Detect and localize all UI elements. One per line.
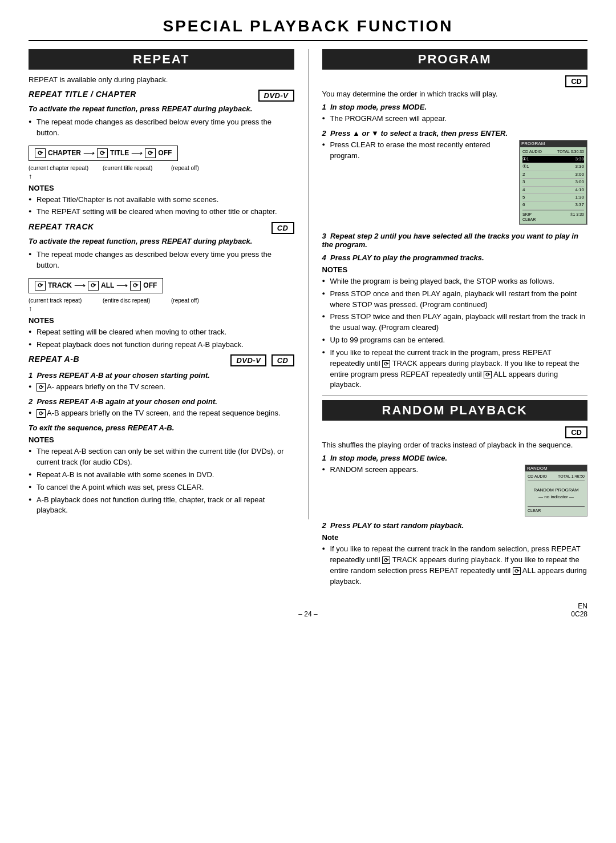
track-note2: Repeat playback does not function during… (29, 340, 294, 350)
notes-header-track: NOTES (29, 316, 294, 325)
program-step3: 3 Repeat step 2 until you have selected … (322, 232, 588, 249)
right-section: PROGRAM CD You may determine the order i… (309, 49, 588, 591)
program-note1: While the program is being played back, … (322, 276, 588, 287)
track-icon: ⟳ (35, 281, 46, 291)
notes-header-ab: NOTES (29, 435, 294, 444)
ab-step1: 1 Press REPEAT A-B at your chosen starti… (29, 371, 294, 380)
repeatedly-text: repeatedly (330, 555, 365, 564)
ab-step2: 2 Press REPEAT A-B again at your chosen … (29, 397, 294, 406)
chapter-icon: ⟳ (35, 148, 46, 158)
section-divider (322, 395, 588, 396)
program-note2: Press STOP once and then PLAY again, pla… (322, 289, 588, 310)
random-note1: If you like to repeat the current track … (322, 544, 588, 587)
track-caption: (current track repeat) (29, 297, 103, 304)
ab-note2: Repeat A-B is not available with some sc… (29, 470, 294, 481)
arrow4: ⟶ (116, 281, 128, 290)
repeat-track-bullet1: The repeat mode changes as described bel… (29, 249, 294, 271)
title-caption: (current title repeat) (103, 165, 171, 171)
repeat-intro: REPEAT is available only during playback… (29, 75, 294, 84)
repeat-tc-bullet1: The repeat mode changes as described bel… (29, 117, 294, 139)
all-caption: (entire disc repeat) (103, 297, 171, 304)
repeat-section: REPEAT REPEAT is available only during p… (29, 49, 309, 519)
notes-header-program: NOTES (322, 265, 588, 274)
program-step2-bullet: Press CLEAR to erase the most recently e… (322, 140, 588, 162)
off-label2: OFF (143, 281, 157, 289)
page-title: SPECIAL PLAYBACK FUNCTION (29, 17, 587, 41)
dvdv-badge-ab: DVD-V (230, 354, 266, 366)
repeat-title-chapter-header: REPEAT TITLE / CHAPTER DVD-V (29, 90, 294, 99)
random-intro: This shuffles the playing order of track… (322, 441, 588, 449)
chapter-caption: (current chapter repeat) (29, 165, 103, 171)
product-code: 0C28 (401, 610, 587, 618)
program-note3: Press STOP twice and then PLAY again, pl… (322, 312, 588, 333)
tc-note1: Repeat Title/Chapter is not available wi… (29, 195, 294, 205)
footer: – 24 – EN 0C28 (29, 602, 587, 618)
program-step4: 4 Press PLAY to play the programmed trac… (322, 253, 588, 262)
arrow2: ⟶ (131, 148, 143, 158)
notes-header-tc: NOTES (29, 184, 294, 192)
repeat-ab-header: REPEAT A-B DVD-V CD (29, 354, 294, 364)
tc-note2: The REPEAT setting will be cleared when … (29, 207, 294, 217)
chapter-label: CHAPTER (48, 149, 81, 157)
off-icon2: ⟳ (130, 281, 141, 291)
chapter-diagram: ⟳ CHAPTER ⟶ ⟳ TITLE ⟶ ⟳ OFF (current cha… (29, 142, 294, 180)
repeat-track-header: REPEAT TRACK CD (29, 222, 294, 231)
cd-badge-ab: CD (271, 354, 294, 366)
off-caption1: (repeat off) (171, 165, 199, 171)
page-number: – 24 – (215, 610, 402, 618)
repeat-tc-instruction: To activate the repeat function, press R… (29, 104, 294, 115)
off-label1: OFF (158, 149, 172, 157)
track-label: TRACK (48, 281, 72, 289)
arrow1: ⟶ (83, 148, 95, 158)
off-icon1: ⟳ (145, 148, 156, 158)
ab-step2-bullet: ⟳A-B appears briefly on the TV screen, a… (29, 408, 294, 419)
program-header: PROGRAM (322, 49, 588, 70)
repeat-track-instruction: To activate the repeat function, press R… (29, 236, 294, 247)
program-note5: If you like to repeat the current track … (322, 348, 588, 390)
ab-note3: To cancel the A point which was set, pre… (29, 482, 294, 493)
cd-badge-random: CD (565, 426, 587, 438)
program-step1: 1 In stop mode, press MODE. (322, 103, 588, 111)
random-note-header: Note (322, 533, 588, 542)
cd-badge-track: CD (271, 222, 294, 234)
random-step1-bullet: RANDOM screen appears. (322, 465, 588, 475)
track-diagram: ⟳ TRACK ⟶ ⟳ ALL ⟶ ⟳ OFF (current track r… (29, 275, 294, 313)
random-header: RANDOM PLAYBACK (322, 400, 588, 421)
repeat-header: REPEAT (29, 49, 294, 70)
program-step2: 2 Press ▲ or ▼ to select a track, then p… (322, 129, 588, 138)
off-caption2: (repeat off) (171, 297, 199, 304)
title-icon: ⟳ (97, 148, 108, 158)
dvdv-badge: DVD-V (258, 90, 294, 102)
program-intro: You may determine the order in which tra… (322, 90, 588, 98)
track-note1: Repeat setting will be cleared when movi… (29, 327, 294, 338)
random-step1: 1 In stop mode, press MODE twice. (322, 454, 588, 462)
title-label: TITLE (110, 149, 129, 157)
program-step1-bullet: The PROGRAM screen will appear. (322, 114, 588, 124)
arrow3: ⟶ (74, 281, 86, 290)
all-label: ALL (101, 281, 114, 289)
all-icon: ⟳ (88, 281, 99, 291)
ab-step3: To exit the sequence, press REPEAT A-B. (29, 423, 294, 432)
program-note4: Up to 99 programs can be entered. (322, 335, 588, 346)
ab-note4: A-B playback does not function during ti… (29, 495, 294, 517)
ab-step1-bullet: ⟳A- appears briefly on the TV screen. (29, 382, 294, 393)
language-code: EN (401, 602, 587, 610)
random-step2: 2 Press PLAY to start random playback. (322, 521, 588, 530)
ab-note1: The repeat A-B section can only be set w… (29, 446, 294, 468)
cd-badge-program: CD (565, 75, 587, 87)
